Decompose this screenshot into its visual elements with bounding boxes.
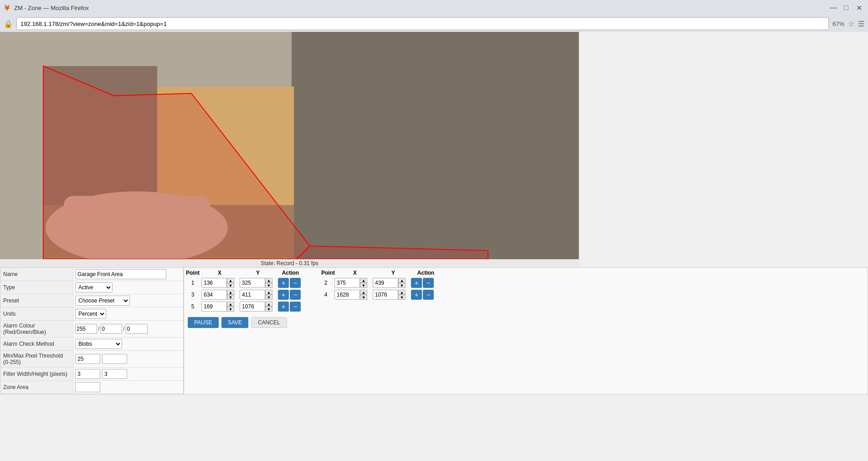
browser-title: ZM - Zone — Mozilla Firefox [14, 5, 89, 11]
point-1-add-button[interactable]: + [278, 278, 289, 288]
point-2-x-down[interactable]: ▼ [360, 283, 367, 288]
point-4-x-input[interactable] [334, 290, 360, 300]
type-select[interactable]: Active Inactive Monitor Preclusive [75, 282, 113, 292]
filter-height-input[interactable] [102, 369, 127, 379]
form-panel: Name Type Active Inactive Monitor Preclu… [0, 267, 184, 394]
alarm-check-row: Alarm Check Method Blobs AlarmedPixels F… [0, 338, 183, 351]
point-3-add-button[interactable]: + [278, 290, 289, 300]
browser-favicon: 🦊 [4, 5, 10, 11]
point-4-remove-button[interactable]: − [423, 290, 434, 300]
video-status: State: Record - 0.31 fps [0, 259, 579, 267]
point-row-3: 3 ▲ ▼ ▲ ▼ [186, 290, 301, 300]
camera-feed [0, 32, 579, 259]
point-1-y-up[interactable]: ▲ [265, 278, 272, 283]
save-button[interactable]: SAVE [221, 317, 248, 328]
point-2-y-input[interactable] [373, 278, 398, 288]
type-label: Type [0, 281, 73, 294]
zoom-level: 67% [832, 20, 844, 27]
alarm-check-select[interactable]: Blobs AlarmedPixels FilteredPixels [75, 339, 122, 349]
point-4-y-up[interactable]: ▲ [398, 290, 406, 295]
left-point-header: Point [186, 270, 200, 276]
point-2-remove-button[interactable]: − [423, 278, 434, 288]
point-5-y-input[interactable] [240, 302, 265, 312]
minimize-button[interactable]: — [828, 2, 839, 13]
point-4-x-down[interactable]: ▼ [360, 295, 367, 300]
point-4-add-button[interactable]: + [411, 290, 422, 300]
zone-area-row: Zone Area [0, 381, 183, 394]
min-threshold-input[interactable] [75, 354, 100, 364]
type-row: Type Active Inactive Monitor Preclusive [0, 281, 183, 294]
point-5-x-up[interactable]: ▲ [227, 302, 234, 307]
right-point-header: Point [321, 270, 335, 276]
right-y-header: Y [375, 270, 411, 276]
point-3-y-input[interactable] [240, 290, 265, 300]
address-input[interactable] [16, 17, 829, 30]
point-4-y-down[interactable]: ▼ [398, 295, 406, 300]
security-icon: 🔒 [4, 20, 13, 28]
alarm-green-input[interactable] [100, 324, 122, 334]
name-label: Name [0, 268, 73, 281]
preset-label: Preset [0, 294, 73, 307]
filter-label: Filter Width/Height (pixels) [0, 368, 73, 380]
point-3-x-input[interactable] [201, 290, 227, 300]
point-1-y-input[interactable] [240, 278, 265, 288]
title-bar: 🦊 ZM - Zone — Mozilla Firefox — □ ✕ [0, 0, 868, 15]
points-panel: Point X Y Action Point X Y Action [184, 267, 868, 394]
left-y-header: Y [240, 270, 276, 276]
point-4-y-input[interactable] [373, 290, 398, 300]
units-label: Units [0, 307, 73, 320]
max-threshold-input[interactable] [102, 354, 127, 364]
cancel-button[interactable]: CANCEL [251, 317, 287, 328]
point-5-x-down[interactable]: ▼ [227, 307, 234, 312]
name-input[interactable] [75, 269, 166, 279]
point-5-remove-button[interactable]: − [290, 302, 301, 312]
alarm-colour-label: Alarm Colour (Red/Green/Blue) [0, 321, 73, 337]
alarm-red-input[interactable] [75, 324, 97, 334]
point-5-y-down[interactable]: ▼ [265, 307, 272, 312]
point-3-x-down[interactable]: ▼ [227, 295, 234, 300]
zone-area-label: Zone Area [0, 381, 73, 394]
right-x-header: X [337, 270, 373, 276]
left-action-header: Action [278, 270, 303, 276]
units-row: Units Percent Pixels [0, 307, 183, 321]
menu-icon[interactable]: ☰ [858, 20, 864, 28]
point-row-4: 4 ▲ ▼ ▲ ▼ [319, 290, 434, 300]
point-2-add-button[interactable]: + [411, 278, 422, 288]
point-1-remove-button[interactable]: − [290, 278, 301, 288]
point-5-add-button[interactable]: + [278, 302, 289, 312]
point-row-2: 2 ▲ ▼ ▲ ▼ [319, 278, 434, 288]
preset-select[interactable]: Choose Preset [75, 296, 130, 306]
alarm-check-label: Alarm Check Method [0, 338, 73, 350]
point-1-x-down[interactable]: ▼ [227, 283, 234, 288]
point-3-x-up[interactable]: ▲ [227, 290, 234, 295]
alarm-blue-input[interactable] [126, 324, 148, 334]
close-button[interactable]: ✕ [853, 2, 864, 13]
point-4-x-up[interactable]: ▲ [360, 290, 367, 295]
point-5-y-up[interactable]: ▲ [265, 302, 272, 307]
point-2-x-up[interactable]: ▲ [360, 278, 367, 283]
point-3-y-down[interactable]: ▼ [265, 295, 272, 300]
point-2-x-input[interactable] [334, 278, 360, 288]
bottom-panel: Name Type Active Inactive Monitor Preclu… [0, 267, 868, 394]
maximize-button[interactable]: □ [841, 2, 852, 13]
point-2-y-down[interactable]: ▼ [398, 283, 406, 288]
right-points-group: 2 ▲ ▼ ▲ ▼ [319, 278, 434, 312]
left-points-group: 1 ▲ ▼ ▲ ▼ [186, 278, 301, 312]
point-row-5: 5 ▲ ▼ ▲ ▼ [186, 302, 301, 312]
bookmark-icon[interactable]: ☆ [848, 20, 854, 28]
zone-area-input[interactable] [75, 382, 100, 392]
point-5-x-input[interactable] [201, 302, 227, 312]
point-1-y-down[interactable]: ▼ [265, 283, 272, 288]
point-1-x-up[interactable]: ▲ [227, 278, 234, 283]
name-row: Name [0, 268, 183, 281]
units-select[interactable]: Percent Pixels [75, 309, 106, 319]
point-2-y-up[interactable]: ▲ [398, 278, 406, 283]
pause-button[interactable]: PAUSE [188, 317, 219, 328]
alarm-colour-row: Alarm Colour (Red/Green/Blue) / / [0, 321, 183, 338]
point-row-1: 1 ▲ ▼ ▲ ▼ [186, 278, 301, 288]
point-1-x-input[interactable] [201, 278, 227, 288]
filter-width-input[interactable] [75, 369, 100, 379]
point-3-y-up[interactable]: ▲ [265, 290, 272, 295]
point-3-remove-button[interactable]: − [290, 290, 301, 300]
min-max-row: Min/Max Pixel Threshold (0-255) [0, 351, 183, 368]
